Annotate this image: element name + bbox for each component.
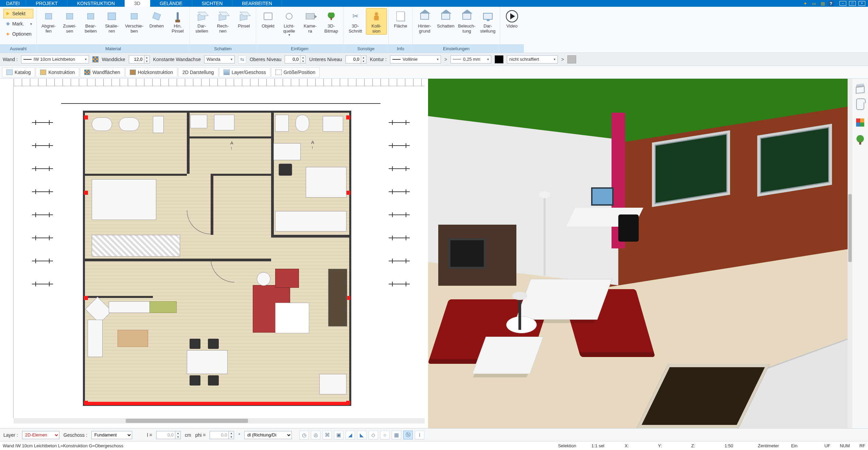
direction-select[interactable]: dl (Richtung/Di [244, 431, 292, 439]
sink-object[interactable] [92, 117, 112, 131]
abgreifen-button[interactable]: Abgrei-fen [38, 8, 59, 35]
minimize-button[interactable]: – [839, 1, 846, 6]
north-icon[interactable]: Ⓝ [403, 431, 413, 439]
wanddicke-input[interactable]: ▴▾ [129, 55, 150, 63]
appliance-object[interactable] [214, 115, 234, 130]
close-button[interactable]: × [858, 1, 865, 6]
layer-select[interactable]: 2D-Elemen [22, 431, 59, 439]
schnitt3d-button[interactable]: ✂3D-Schnitt [345, 8, 366, 35]
armchair-object[interactable] [275, 269, 299, 288]
fixture-object[interactable] [296, 115, 309, 132]
wrench-icon[interactable]: ✦ [801, 0, 809, 6]
menu-projekt[interactable]: PROJEKT [26, 0, 68, 7]
menu-3d[interactable]: 3D [125, 0, 150, 7]
kitchen-object[interactable] [88, 320, 103, 357]
kontur-width-select[interactable]: 0,25 mm▾ [450, 55, 491, 63]
wardrobe-object[interactable] [275, 211, 347, 231]
tab-katalog[interactable]: Katalog [2, 67, 35, 77]
tab-konstruktion[interactable]: Konstruktion [36, 67, 79, 77]
tab-wandflaechen[interactable]: Wandflächen [80, 67, 124, 77]
hatch-swatch[interactable] [567, 55, 576, 63]
skalieren-button[interactable]: Skalie-ren [101, 8, 122, 35]
length-field[interactable] [156, 431, 175, 439]
toilet-object[interactable] [153, 116, 164, 133]
length-input[interactable]: ▴▾ [156, 431, 181, 439]
snap-icon[interactable]: ◢ [346, 431, 355, 439]
lichtquelle-button[interactable]: Licht-quelle▾ [279, 8, 300, 37]
hinpinsel-button[interactable]: Hin.Pinsel [167, 8, 188, 35]
dining-chair[interactable] [208, 339, 219, 349]
oberes-input[interactable]: ▴▾ [285, 55, 306, 63]
kollision-button[interactable]: Kolli-sion [366, 8, 387, 35]
floorplan[interactable]: A↑ A↑ [83, 111, 351, 406]
wall-handle[interactable] [346, 115, 350, 119]
wardrobe-object[interactable] [92, 235, 180, 257]
stack-icon[interactable]: ▣ [334, 431, 343, 439]
material-swatch-icon[interactable] [92, 56, 99, 62]
bed-object[interactable] [306, 167, 347, 198]
dining-chair[interactable] [190, 375, 200, 386]
wall-handle[interactable] [84, 401, 88, 405]
appliance-object[interactable] [190, 115, 207, 128]
info-toggle-icon[interactable]: ⅰ [415, 431, 424, 439]
bed-object[interactable] [92, 179, 156, 220]
schatten-set-button[interactable]: Schatten [435, 8, 456, 35]
wall-handle[interactable] [84, 296, 88, 300]
sink-object[interactable] [119, 117, 139, 131]
unteres-input[interactable]: ▴▾ [346, 55, 367, 63]
pane-2d[interactable]: A↑ A↑ [0, 79, 425, 428]
doc-icon[interactable]: ▤ [819, 0, 827, 6]
office-chair-object[interactable] [279, 164, 292, 176]
wandachse-select[interactable]: Wanda▾ [204, 55, 235, 63]
group-icon[interactable]: ⌘ [322, 431, 332, 439]
pane-3d[interactable] [428, 79, 853, 428]
side-layers-button[interactable] [855, 85, 865, 95]
drehen-button[interactable]: Drehen [146, 8, 167, 35]
horizontal-scrollbar[interactable] [14, 418, 425, 424]
tab-groesse[interactable]: Größe/Position [271, 67, 320, 77]
tv-unit-object[interactable] [328, 269, 347, 326]
flaeche-button[interactable]: Fläche [390, 8, 411, 35]
menu-konstruktion[interactable]: KONSTRUKTION [68, 0, 125, 7]
mark-button[interactable]: ✥Mark.▾ [3, 19, 33, 29]
coffee-table-object[interactable] [275, 303, 309, 333]
darstellen-button[interactable]: Dar-stellen [191, 8, 212, 35]
rechnen-button[interactable]: Rech-nen [212, 8, 233, 35]
kamera-button[interactable]: Kame-ra [300, 8, 321, 35]
desk-object[interactable] [273, 143, 301, 160]
verschieben-button[interactable]: Verschie-ben [122, 8, 146, 35]
kontur-hatch-select[interactable]: nicht schraffiert▾ [507, 55, 558, 63]
vertical-scrollbar[interactable] [848, 79, 852, 428]
schatten-pinsel-button[interactable]: Pinsel [233, 8, 254, 35]
wall-handle[interactable] [346, 401, 350, 405]
selekt-button[interactable]: Selekt [3, 9, 33, 18]
grid-icon[interactable]: ▦ [392, 431, 401, 439]
plan-canvas[interactable]: A↑ A↑ [0, 79, 425, 428]
geschoss-select[interactable]: Fundament [91, 431, 132, 439]
dining-table[interactable] [187, 350, 228, 374]
wall-handle[interactable] [84, 191, 88, 195]
beleuchtung-button[interactable]: Beleuch-tung [456, 8, 477, 35]
unteres-field[interactable] [346, 55, 361, 63]
kontur-style-select[interactable]: Volllinie▾ [390, 55, 441, 63]
oberes-field[interactable] [285, 55, 300, 63]
side-plants-button[interactable] [855, 134, 865, 144]
tab-2d[interactable]: 2D Darstellung [178, 67, 218, 77]
target-icon[interactable]: ◎ [311, 431, 320, 439]
objekt-button[interactable]: Objekt [258, 8, 279, 35]
menu-sichten[interactable]: SICHTEN [192, 0, 232, 7]
menu-bearbeiten[interactable]: BEARBEITEN [232, 0, 282, 7]
kitchen-object[interactable] [149, 301, 177, 313]
axis-icon[interactable]: ⇆ [238, 55, 246, 63]
kontur-color-swatch[interactable] [495, 55, 503, 63]
bearbeiten-button[interactable]: Bear-beiten [80, 8, 101, 35]
menu-gelaende[interactable]: GELÄNDE [150, 0, 192, 7]
snap-icon[interactable]: ◣ [357, 431, 367, 439]
side-materials-button[interactable] [855, 117, 865, 128]
lamp-object[interactable] [257, 272, 270, 286]
zuweisen-button[interactable]: Zuwei-sen [59, 8, 80, 35]
video-button[interactable]: Video [501, 8, 522, 35]
menu-datei[interactable]: DATEI [0, 0, 26, 7]
darstellung-button[interactable]: Dar-stellung [477, 8, 498, 35]
wand-select[interactable]: IW 10cm Leichtbeton▾ [21, 55, 89, 63]
